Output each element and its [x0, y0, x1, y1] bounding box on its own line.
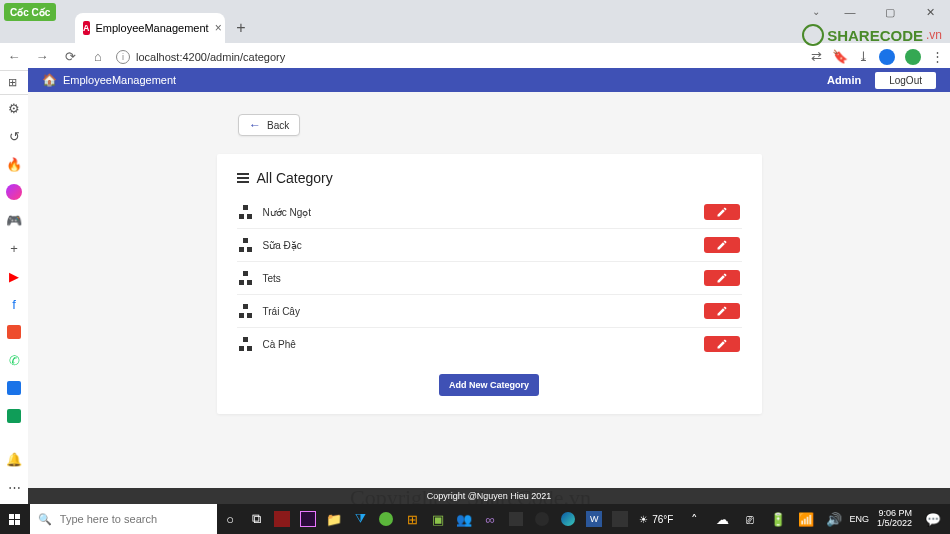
coccoc-taskbar-icon[interactable] — [373, 504, 399, 534]
search-icon: 🔍 — [38, 513, 52, 526]
menu-icon[interactable]: ⋮ — [931, 49, 944, 64]
word-icon[interactable]: W — [581, 504, 607, 534]
close-button[interactable]: ✕ — [910, 0, 950, 24]
app-footer: Copyright @Nguyen Hieu 2021 — [28, 488, 950, 504]
card-title-row: All Category — [237, 170, 742, 186]
edit-button[interactable] — [704, 303, 740, 319]
explorer-icon[interactable]: 📁 — [321, 504, 347, 534]
angular-favicon: A — [83, 21, 90, 35]
home-icon[interactable]: 🏠 — [42, 73, 57, 87]
history-icon[interactable]: ↺ — [5, 127, 23, 145]
more-icon[interactable]: ⋯ — [5, 478, 23, 496]
coccoc-logo: Cốc Cốc — [4, 3, 56, 21]
flame-icon[interactable]: 🔥 — [5, 155, 23, 173]
tab-title: EmployeeManagement — [96, 22, 209, 34]
back-nav-icon[interactable]: ← — [6, 49, 22, 64]
add-category-button[interactable]: Add New Category — [439, 374, 539, 396]
vscode-icon[interactable]: ⧩ — [347, 504, 373, 534]
taskbar-clock[interactable]: 9:06 PM 1/5/2022 — [871, 509, 918, 529]
address-bar-row: ← → ⟳ ⌂ i localhost:4200/admin/category … — [0, 43, 950, 71]
app-header: 🏠 EmployeeManagement Admin LogOut — [28, 68, 950, 92]
category-name: Trái Cây — [263, 306, 300, 317]
cortana-icon[interactable]: ○ — [217, 504, 243, 534]
minimize-button[interactable]: — — [830, 0, 870, 24]
edit-button[interactable] — [704, 336, 740, 352]
tray-icon[interactable]: ⎚ — [737, 504, 763, 534]
download-icon[interactable]: ⤓ — [858, 49, 869, 64]
hierarchy-icon — [239, 205, 253, 219]
vs-icon[interactable]: ∞ — [477, 504, 503, 534]
app-icon[interactable] — [529, 504, 555, 534]
category-row: Tets — [237, 262, 742, 295]
category-card: All Category Nước NgọtSữa ĐặcTetsTrái Câ… — [217, 154, 762, 414]
app-title: EmployeeManagement — [63, 74, 176, 86]
back-button[interactable]: ← Back — [238, 114, 300, 136]
teams-icon[interactable]: 👥 — [451, 504, 477, 534]
tabs-dropdown-icon[interactable]: ⌄ — [812, 6, 820, 17]
home-icon[interactable]: ⌂ — [90, 49, 106, 64]
notifications-icon[interactable]: 💬 — [920, 504, 946, 534]
hierarchy-icon — [239, 304, 253, 318]
whatsapp-icon[interactable]: ✆ — [5, 351, 23, 369]
premiere-icon[interactable] — [295, 504, 321, 534]
back-label: Back — [267, 120, 289, 131]
battery-icon[interactable]: 🔋 — [765, 504, 791, 534]
taskbar-search[interactable]: 🔍 Type here to search — [30, 504, 217, 534]
reload-icon[interactable]: ⟳ — [62, 49, 78, 64]
cloud-icon[interactable]: ☁ — [709, 504, 735, 534]
edit-button[interactable] — [704, 237, 740, 253]
app-icon[interactable]: ▣ — [425, 504, 451, 534]
edit-button[interactable] — [704, 204, 740, 220]
calendar-icon[interactable] — [5, 379, 23, 397]
translate-icon[interactable]: ⇄ — [811, 49, 822, 64]
language-indicator[interactable]: ENG — [849, 514, 869, 524]
extension-icon[interactable] — [879, 49, 895, 65]
weather-widget[interactable]: ☀ 76°F — [633, 514, 679, 525]
youtube-icon[interactable]: ▶ — [5, 267, 23, 285]
activity-sidebar: ⚙ ↺ 🔥 🎮 + ▶ f ✆ 🔔 ⋯ — [0, 95, 28, 504]
category-name: Tets — [263, 273, 281, 284]
sheets-icon[interactable] — [5, 407, 23, 425]
edit-button[interactable] — [704, 270, 740, 286]
bell-icon[interactable]: 🔔 — [5, 450, 23, 468]
arrow-left-icon: ← — [249, 118, 261, 132]
hierarchy-icon — [239, 271, 253, 285]
browser-tab-active[interactable]: A EmployeeManagement × — [75, 13, 225, 43]
app-icon[interactable] — [269, 504, 295, 534]
tray-chevron-icon[interactable]: ˄ — [681, 504, 707, 534]
apps-icon[interactable]: ⊞ — [8, 76, 17, 89]
plus-icon[interactable]: + — [5, 239, 23, 257]
close-icon[interactable]: × — [215, 21, 222, 35]
game-icon[interactable]: 🎮 — [5, 211, 23, 229]
wifi-icon[interactable]: 📶 — [793, 504, 819, 534]
site-info-icon[interactable]: i — [116, 50, 130, 64]
terminal-icon[interactable] — [607, 504, 633, 534]
edge-icon[interactable] — [555, 504, 581, 534]
hierarchy-icon — [239, 337, 253, 351]
address-bar[interactable]: i localhost:4200/admin/category — [116, 50, 285, 64]
facebook-icon[interactable]: f — [5, 295, 23, 313]
apps-icon[interactable]: ⊞ — [399, 504, 425, 534]
app-viewport: 🏠 EmployeeManagement Admin LogOut ← Back… — [28, 68, 950, 504]
task-view-icon[interactable]: ⧉ — [243, 504, 269, 534]
app-icon[interactable] — [503, 504, 529, 534]
category-row: Sữa Đặc — [237, 229, 742, 262]
forward-nav-icon[interactable]: → — [34, 49, 50, 64]
windows-taskbar: 🔍 Type here to search ○ ⧉ 📁 ⧩ ⊞ ▣ 👥 ∞ W … — [0, 504, 950, 534]
maximize-button[interactable]: ▢ — [870, 0, 910, 24]
search-placeholder: Type here to search — [60, 513, 157, 525]
category-row: Trái Cây — [237, 295, 742, 328]
card-title: All Category — [257, 170, 333, 186]
settings-gear-icon[interactable]: ⚙ — [5, 99, 23, 117]
shopee-icon[interactable] — [5, 323, 23, 341]
content-area: ← Back All Category Nước NgọtSữa ĐặcTets… — [28, 92, 950, 488]
user-label[interactable]: Admin — [827, 74, 861, 86]
messenger-icon[interactable] — [5, 183, 23, 201]
new-tab-button[interactable]: + — [229, 16, 253, 40]
volume-icon[interactable]: 🔊 — [821, 504, 847, 534]
extension-icon[interactable] — [905, 49, 921, 65]
category-row: Nước Ngọt — [237, 196, 742, 229]
start-button[interactable] — [0, 504, 30, 534]
reader-icon[interactable]: 🔖 — [832, 49, 848, 64]
logout-button[interactable]: LogOut — [875, 72, 936, 89]
